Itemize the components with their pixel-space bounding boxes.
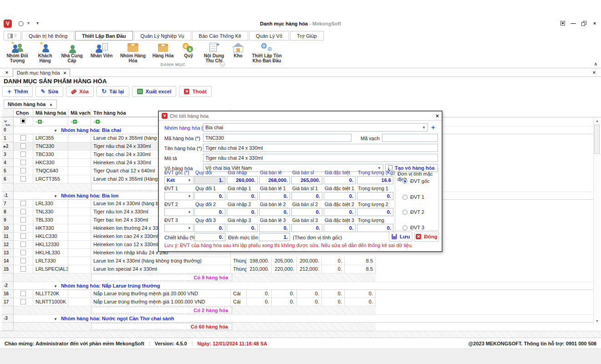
ribbon-collapse-icon[interactable]: ∧ <box>594 61 597 66</box>
unit-value-input-0-0[interactable]: 1. <box>194 176 225 184</box>
name-input[interactable]: Tiger nâu chai 24 x 330ml <box>203 144 438 152</box>
unit-combo-2[interactable]: ▼ <box>164 208 194 216</box>
combo-arrow-icon[interactable]: ▼ <box>422 126 426 130</box>
close-document-icon[interactable]: × <box>591 70 597 76</box>
ribbon-item-0[interactable]: ★Nhóm Đối Tượng <box>3 41 32 64</box>
group-by-button[interactable]: Nhóm hàng hóa ▲ <box>4 100 57 109</box>
combo-arrow-icon[interactable]: ▼ <box>188 178 191 182</box>
table-row[interactable]: 16NLLTT20KNắp Larue trúng thưởng mệnh gi… <box>0 290 601 298</box>
description-input[interactable]: Tiger nâu chai 24 x 330ml <box>203 154 438 162</box>
table-row[interactable]: 15LRLSPECIAL330Larue lon special 24 x 33… <box>0 265 601 273</box>
unit-value-input-0-2[interactable]: 268,000. <box>259 176 290 184</box>
row-checkbox[interactable] <box>20 152 26 157</box>
column-header-1[interactable]: Mã hàng hóa <box>33 109 68 117</box>
radio-icon[interactable] <box>402 195 407 200</box>
ribbon-item-3[interactable]: Nhân Viên <box>86 41 117 59</box>
close-all-tabs-icon[interactable]: × <box>4 70 10 76</box>
combo-arrow-icon[interactable]: ▼ <box>188 226 191 230</box>
ribbon-item-7[interactable]: +Nội Dung Thu Chi <box>199 41 229 64</box>
row-checkbox[interactable] <box>20 299 26 304</box>
unit-combo-3[interactable]: ▼ <box>164 224 194 232</box>
barcode-input[interactable] <box>382 134 438 142</box>
scroll-up-icon[interactable]: ▲ <box>594 118 600 124</box>
unit-value-input-2-2[interactable]: 0. <box>259 208 290 216</box>
collapse-triangle-icon[interactable]: ▼ <box>54 194 57 198</box>
unit-combo-0[interactable]: Két▼ <box>164 176 194 184</box>
unit-value-input-2-0[interactable]: 0. <box>194 208 225 216</box>
default-unit-radio-2[interactable]: ĐVT 2 <box>402 209 424 215</box>
scroll-down-icon[interactable]: ▼ <box>594 318 600 324</box>
row-checkbox[interactable] <box>20 168 26 173</box>
unit-value-input-2-1[interactable]: 0. <box>227 208 258 216</box>
row-checkbox[interactable] <box>20 242 26 247</box>
column-header-2[interactable]: Mã vạch <box>68 109 91 117</box>
unit-value-input-3-5[interactable]: 0. <box>357 224 393 232</box>
toolbar-button-1[interactable]: ✎Sửa <box>36 86 63 97</box>
unit-value-input-3-1[interactable]: 0. <box>227 224 258 232</box>
unit-value-input-3-2[interactable]: 0. <box>259 224 290 232</box>
minimize-icon[interactable]: — <box>570 20 576 26</box>
toolbar-button-0[interactable]: +Thêm <box>2 86 33 97</box>
unit-value-input-3-0[interactable]: 0. <box>194 224 225 232</box>
row-checkbox[interactable] <box>20 135 26 141</box>
ribbon-item-4[interactable]: Nhóm Hàng Hóa <box>117 41 148 64</box>
ribbon-tab-4[interactable]: Quản Lý Vỏ <box>249 31 289 40</box>
add-group-icon[interactable]: + <box>431 123 435 131</box>
ribbon-item-1[interactable]: ★Khách Hàng <box>32 41 58 64</box>
row-checkbox[interactable] <box>20 250 26 255</box>
unit-combo-1[interactable]: ▼ <box>164 192 194 200</box>
ribbon-tab-0[interactable]: Quản trị hệ thống <box>22 31 74 40</box>
ribbon-item-8[interactable]: Kho <box>229 41 248 59</box>
unit-value-input-1-5[interactable]: 0. <box>357 192 393 200</box>
row-checkbox[interactable] <box>20 176 26 182</box>
dialog-close-icon[interactable]: × <box>436 113 439 119</box>
filter-abc-icon[interactable]: ac <box>71 120 79 124</box>
row-checkbox[interactable] <box>20 201 26 206</box>
stock-norm-input[interactable]: 1. <box>259 233 290 241</box>
vertical-scrollbar[interactable]: ▲ ▼ <box>593 117 600 324</box>
unit-value-input-2-3[interactable]: 0. <box>291 208 322 216</box>
row-checkbox[interactable] <box>20 291 26 296</box>
radio-icon[interactable] <box>402 225 407 230</box>
row-checkbox[interactable] <box>20 217 26 222</box>
save-button[interactable]: Lưu <box>389 232 413 242</box>
row-checkbox[interactable] <box>20 233 26 239</box>
unit-value-input-1-3[interactable]: 0. <box>291 192 322 200</box>
unit-value-input-0-1[interactable]: 260,000. <box>227 176 258 184</box>
unit-value-input-2-5[interactable]: 0. <box>357 208 393 216</box>
ribbon-tab-5[interactable]: Trợ Giúp <box>290 31 323 40</box>
combo-arrow-icon[interactable]: ▼ <box>188 194 191 198</box>
collapse-triangle-icon[interactable]: ▼ <box>54 284 57 288</box>
radio-icon[interactable] <box>402 179 407 184</box>
collapse-triangle-icon[interactable]: ▼ <box>54 317 57 321</box>
unit-value-input-3-4[interactable]: 0. <box>324 224 356 232</box>
unit-value-input-0-3[interactable]: 265,000. <box>291 176 322 184</box>
ribbon-item-9[interactable]: ⚙⚙Thiết Lập Tồn Kho Ban Đầu <box>248 41 286 64</box>
row-checkbox[interactable] <box>20 209 26 214</box>
ribbon-tab-1[interactable]: Thiết Lập Ban Đầu <box>75 31 133 40</box>
group-combo[interactable]: Bia chai ▼ <box>203 123 428 131</box>
discount-input[interactable]: 0. <box>194 233 225 241</box>
fit-window-icon[interactable] <box>560 21 565 25</box>
collapse-triangle-icon[interactable]: ▼ <box>54 129 57 133</box>
close-window-icon[interactable]: × <box>592 20 597 26</box>
unit-value-input-1-1[interactable]: 0. <box>227 192 258 200</box>
scrollbar-thumb[interactable] <box>594 125 600 154</box>
toolbar-button-4[interactable]: Xuất excel <box>132 86 177 97</box>
group-dialog-launcher-icon[interactable]: ↘ <box>220 62 225 67</box>
toolbar-button-5[interactable]: ✕Thoát <box>179 86 211 97</box>
combo-arrow-icon[interactable]: ▼ <box>188 210 191 214</box>
unit-value-input-3-3[interactable]: 0. <box>291 224 322 232</box>
filter-abc-icon[interactable]: ac <box>36 120 44 124</box>
radio-icon[interactable] <box>402 210 407 215</box>
row-checkbox[interactable] <box>20 266 26 272</box>
tab-danh-muc-hang-hoa[interactable]: Danh mục hàng hóa × <box>13 69 70 77</box>
filter-abc-icon[interactable]: ac <box>93 120 102 124</box>
ribbon-item-6[interactable]: €$Quỹ <box>178 41 199 59</box>
table-row[interactable]: 17NLRTT1000KNắp Larue trúng thưởng mệnh … <box>0 298 601 306</box>
code-input[interactable]: TNC330 <box>203 134 351 142</box>
column-header-0[interactable]: Chọn <box>14 109 33 117</box>
unit-value-input-2-4[interactable]: 0. <box>324 208 356 216</box>
table-row[interactable]: 14LRLT330Larue lon 24 x 330ml (hàng khôn… <box>0 257 601 265</box>
unit-value-input-1-0[interactable]: 0. <box>194 192 225 200</box>
